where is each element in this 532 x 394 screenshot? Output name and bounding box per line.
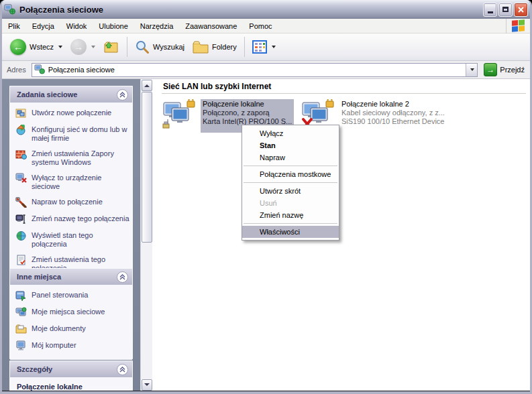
menu-edycja[interactable]: Edycja	[26, 20, 60, 32]
chevron-up-icon[interactable]	[117, 364, 128, 375]
menu-separator	[244, 166, 337, 166]
scroll-up-button[interactable]	[142, 80, 152, 91]
menu-item-rename[interactable]: Zmień nazwę	[242, 209, 339, 221]
home-network-icon	[15, 125, 27, 135]
main-area: Zadania sieciowe Utwórz nowe połączenie …	[2, 79, 530, 391]
connections-list: Sieć LAN lub szybki Internet	[152, 79, 530, 391]
control-panel-icon	[15, 290, 27, 301]
views-button[interactable]	[248, 38, 280, 56]
network-connections-icon	[4, 4, 15, 15]
menu-bar: Plik Edycja Widok Ulubione Narzędzia Zaa…	[2, 19, 530, 34]
folder-up-icon	[103, 40, 119, 54]
documents-folder-icon	[15, 324, 27, 334]
scroll-down-button[interactable]	[142, 379, 152, 391]
close-icon	[517, 6, 525, 13]
section-title: Inne miejsca	[17, 273, 117, 281]
forward-icon: →	[70, 39, 87, 55]
section-network-tasks: Zadania sieciowe Utwórz nowe połączenie …	[9, 86, 133, 281]
menu-widok[interactable]: Widok	[60, 20, 93, 32]
toolbar-separator	[127, 37, 127, 57]
sidebar-item-my-computer[interactable]: Mój komputer	[15, 340, 129, 351]
address-value: Połączenia sieciowe	[48, 66, 115, 74]
task-pane: Zadania sieciowe Utwórz nowe połączenie …	[2, 79, 140, 391]
other-places-header[interactable]: Inne miejsca	[10, 269, 132, 285]
chevron-up-icon[interactable]	[117, 89, 128, 101]
context-menu: Wyłącz Stan Napraw Połączenia mostkowe U…	[242, 125, 339, 241]
title-bar[interactable]: Połączenia sieciowe	[0, 0, 532, 19]
group-header: Sieć LAN lub szybki Internet	[163, 82, 271, 91]
sidebar-item-network-places[interactable]: Moje miejsca sieciowe	[15, 307, 129, 318]
menu-item-status[interactable]: Stan	[242, 139, 339, 151]
sidebar-item-disable-device[interactable]: Wyłącz to urządzenie sieciowe	[15, 173, 129, 191]
menu-item-create-shortcut[interactable]: Utwórz skrót	[242, 185, 339, 197]
group-divider	[162, 93, 526, 94]
connection-status: Kabel sieciowy odłączony, z z...	[341, 109, 445, 117]
folders-label: Foldery	[212, 43, 237, 51]
menu-ulubione[interactable]: Ulubione	[93, 20, 134, 32]
details-header[interactable]: Szczegóły	[10, 361, 132, 377]
network-tasks-header[interactable]: Zadania sieciowe	[10, 86, 132, 103]
arrow-down-icon	[144, 383, 150, 387]
sidebar-item-view-status[interactable]: Wyświetl stan tego połączenia	[15, 231, 129, 249]
address-bar: Adres Połączenia sieciowe → Przejdź	[2, 61, 530, 79]
connection-device: SiS190 100/10 Ethernet Device	[341, 117, 445, 126]
minimize-button[interactable]	[483, 3, 497, 17]
network-places-icon	[15, 307, 27, 318]
address-dropdown-button[interactable]	[466, 64, 477, 76]
sidebar-item-home-network[interactable]: Konfiguruj sieć w domu lub w małej firmi…	[15, 125, 129, 143]
menu-item-delete: Usuń	[242, 197, 339, 209]
chevron-up-icon[interactable]	[117, 271, 128, 283]
sidebar-item-firewall-settings[interactable]: Zmień ustawienia Zapory systemu Windows	[15, 149, 129, 167]
sidebar-item-rename-connection[interactable]: Zmień nazwę tego połączenia	[15, 214, 129, 224]
menu-pomoc[interactable]: Pomoc	[243, 20, 278, 32]
menu-item-properties[interactable]: Właściwości	[242, 226, 339, 238]
menu-separator	[244, 182, 337, 183]
address-combo[interactable]: Połączenia sieciowe	[32, 63, 478, 77]
sidebar-item-repair-connection[interactable]: Napraw to połączenie	[15, 197, 129, 208]
connection-name: Połączenie lokalne 2	[341, 100, 445, 109]
chevron-down-icon	[470, 68, 474, 71]
views-icon	[252, 40, 267, 54]
folders-icon	[193, 40, 209, 54]
computer-icon	[15, 340, 27, 351]
scrollbar-thumb[interactable]	[142, 92, 152, 243]
details-connection-name: Połączenie lokalne	[10, 377, 132, 391]
section-details: Szczegóły Połączenie lokalne	[9, 360, 133, 391]
menu-item-repair[interactable]: Napraw	[242, 151, 339, 163]
connection-name: Połączenie lokalne	[203, 100, 292, 109]
search-icon	[135, 40, 150, 54]
forward-button[interactable]: →	[66, 36, 99, 58]
close-button[interactable]	[514, 3, 528, 17]
repair-wrench-icon	[15, 197, 27, 208]
menu-item-disable[interactable]: Wyłącz	[242, 127, 339, 139]
menu-zaawansowane[interactable]: Zaawansowane	[179, 20, 243, 32]
menu-item-bridge-connections[interactable]: Połączenia mostkowe	[242, 168, 339, 180]
folders-button[interactable]: Foldery	[189, 38, 241, 56]
up-button[interactable]	[99, 37, 123, 57]
disable-device-icon	[15, 173, 27, 184]
maximize-button[interactable]	[498, 3, 513, 17]
menu-plik[interactable]: Plik	[2, 20, 26, 32]
sidebar-item-new-connection[interactable]: Utwórz nowe połączenie	[15, 108, 129, 119]
go-arrow-icon: →	[484, 63, 497, 76]
toolbar: ← Wstecz → Wyszukaj Foldery	[2, 34, 530, 61]
back-label: Wstecz	[30, 43, 54, 51]
search-button[interactable]: Wyszukaj	[131, 37, 189, 57]
back-button[interactable]: ← Wstecz	[6, 36, 66, 58]
lan-connection-firewalled-icon	[162, 99, 197, 133]
menu-narzedzia[interactable]: Narzędzia	[134, 20, 180, 32]
go-button[interactable]: → Przejdź	[481, 62, 527, 77]
network-connections-window: Połączenia sieciowe Plik Edycja Widok Ul…	[0, 0, 532, 394]
task-pane-scrollbar[interactable]	[140, 79, 152, 391]
go-label: Przejdź	[500, 66, 525, 74]
address-label: Adres	[5, 66, 28, 74]
sidebar-item-control-panel[interactable]: Panel sterowania	[15, 290, 129, 301]
windows-logo-icon	[506, 19, 530, 34]
arrow-up-icon	[144, 84, 150, 87]
section-title: Zadania sieciowe	[17, 90, 117, 98]
rename-icon	[15, 214, 27, 224]
connection-status: Połączono, z zaporą	[203, 109, 292, 117]
sidebar-item-my-documents[interactable]: Moje dokumenty	[15, 324, 129, 334]
section-title: Szczegóły	[17, 365, 117, 373]
connection-text[interactable]: Połączenie lokalne 2 Kabel sieciowy odłą…	[339, 99, 447, 133]
